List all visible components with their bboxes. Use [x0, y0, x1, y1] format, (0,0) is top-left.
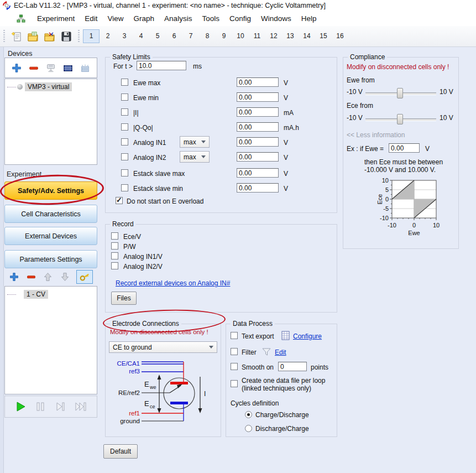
record-ece-label[interactable]: Ece/V: [123, 233, 141, 241]
save-button[interactable]: [59, 29, 74, 44]
analog-in2-mode-select[interactable]: max: [180, 151, 210, 163]
record-ece-checkbox[interactable]: [111, 232, 118, 240]
filter-edit-link[interactable]: Edit: [275, 349, 286, 356]
loop-file-label-line2[interactable]: (linked techniques only): [242, 384, 311, 392]
ewe-min-checkbox[interactable]: [121, 93, 128, 101]
menu-edit[interactable]: Edit: [80, 13, 102, 24]
ewe-max-input[interactable]: [237, 77, 279, 87]
remove-technique-icon[interactable]: [26, 272, 36, 282]
estack-max-checkbox[interactable]: [121, 169, 128, 176]
channel-button-11[interactable]: 11: [249, 29, 265, 43]
channel-button-14[interactable]: 14: [299, 29, 315, 43]
abs-current-label[interactable]: |I|: [133, 109, 139, 117]
technique-tree-item[interactable]: 1 - CV: [5, 287, 97, 299]
abs-current-checkbox[interactable]: [121, 108, 128, 116]
channel-button-15[interactable]: 15: [315, 29, 332, 43]
ewe-min-input[interactable]: [237, 92, 279, 102]
record-analog-in2-checkbox[interactable]: [111, 262, 118, 269]
menu-view[interactable]: View: [103, 13, 129, 24]
ewe-max-label[interactable]: Ewe max: [133, 79, 160, 87]
device-tree-label[interactable]: VMP3 - virtual: [25, 82, 72, 91]
estack-max-label[interactable]: Estack slave max: [133, 170, 185, 178]
ewe-from-slider-handle[interactable]: [397, 88, 403, 98]
less-information-link[interactable]: << Less information: [347, 131, 405, 139]
left-splitter[interactable]: [0, 47, 4, 473]
charge-discharge-label[interactable]: Charge/Discharge: [255, 411, 309, 419]
tab-parameters-settings[interactable]: Parameters Settings: [4, 250, 97, 268]
channel-button-9[interactable]: 9: [216, 29, 232, 43]
channel-button-6[interactable]: 6: [166, 29, 182, 43]
record-external-devices-link[interactable]: Record external devices on Analog IN#: [116, 279, 230, 287]
filter-label[interactable]: Filter: [242, 349, 257, 356]
text-export-label[interactable]: Text export: [242, 332, 274, 340]
ewe-max-checkbox[interactable]: [121, 79, 128, 86]
channel-button-2[interactable]: 2: [100, 29, 116, 43]
device-firmware-icon[interactable]: [80, 63, 91, 74]
move-up-icon[interactable]: [43, 272, 53, 282]
discharge-charge-radio[interactable]: [245, 425, 252, 432]
tab-cell-characteristics[interactable]: Cell Characteristics: [4, 205, 97, 223]
no-start-overload-label[interactable]: Do not start on E overload: [127, 197, 203, 205]
channel-button-12[interactable]: 12: [265, 29, 282, 43]
new-settings-button[interactable]: [9, 29, 24, 44]
channel-button-8[interactable]: 8: [199, 29, 216, 43]
smooth-checkbox[interactable]: [231, 363, 238, 370]
menu-experiment[interactable]: Experiment: [32, 13, 80, 24]
channel-button-3[interactable]: 3: [116, 29, 133, 43]
menu-graph[interactable]: Graph: [129, 13, 160, 24]
estack-max-input[interactable]: [237, 168, 279, 178]
no-start-overload-checkbox[interactable]: [116, 197, 123, 204]
loop-file-checkbox[interactable]: [231, 380, 238, 387]
channel-button-5[interactable]: 5: [149, 29, 166, 43]
menu-windows[interactable]: Windows: [256, 13, 296, 24]
menu-help[interactable]: Help: [296, 13, 322, 24]
ece-from-slider-handle[interactable]: [397, 114, 403, 124]
move-down-icon[interactable]: [60, 272, 70, 282]
analog-in1-label[interactable]: Analog IN1: [133, 139, 166, 147]
modify-button[interactable]: [76, 270, 93, 284]
estack-min-label[interactable]: Estack slave min: [133, 185, 183, 193]
menu-analysis[interactable]: Analysis: [159, 13, 197, 24]
pause-icon[interactable]: [34, 401, 46, 413]
add-device-icon[interactable]: [11, 63, 22, 74]
charge-discharge-radio[interactable]: [245, 411, 252, 418]
device-config-icon[interactable]: [45, 63, 56, 74]
tab-external-devices[interactable]: External Devices: [4, 227, 97, 245]
charge-input[interactable]: [237, 122, 279, 132]
estack-min-checkbox[interactable]: [121, 184, 128, 191]
configure-link[interactable]: Configure: [293, 332, 322, 340]
analog-in2-input[interactable]: [237, 152, 279, 162]
analog-in2-label[interactable]: Analog IN2: [133, 154, 166, 162]
record-analog-in1-checkbox[interactable]: [111, 252, 118, 259]
remove-device-icon[interactable]: [28, 63, 39, 74]
channel-button-10[interactable]: 10: [232, 29, 249, 43]
channel-button-13[interactable]: 13: [282, 29, 299, 43]
channel-button-16[interactable]: 16: [332, 29, 348, 43]
connection-select[interactable]: CE to ground: [109, 341, 217, 353]
record-analog-in2-label[interactable]: Analog IN2/V: [123, 263, 163, 271]
smooth-label[interactable]: Smooth on: [242, 363, 274, 371]
for-t-input[interactable]: [137, 61, 186, 70]
channel-button-7[interactable]: 7: [182, 29, 199, 43]
estack-min-input[interactable]: [237, 183, 279, 193]
ewe-min-label[interactable]: Ewe min: [133, 94, 159, 102]
toolbar-grip[interactable]: [78, 30, 80, 43]
skip-to-end-icon[interactable]: [74, 401, 87, 413]
charge-checkbox[interactable]: [121, 123, 128, 131]
open-data-button[interactable]: [43, 29, 57, 44]
record-power-checkbox[interactable]: [111, 242, 118, 250]
record-analog-in1-label[interactable]: Analog IN1/V: [123, 253, 163, 261]
channel-button-1[interactable]: 1: [83, 29, 100, 43]
filter-checkbox[interactable]: [231, 348, 238, 355]
text-export-checkbox[interactable]: [231, 332, 238, 339]
example-ewe-input[interactable]: [389, 143, 420, 153]
analog-in2-checkbox[interactable]: [121, 153, 128, 160]
technique-menu-icon[interactable]: [17, 14, 25, 23]
menu-tools[interactable]: Tools: [197, 13, 224, 24]
smooth-points-input[interactable]: [278, 362, 307, 371]
device-table-icon[interactable]: [62, 63, 74, 74]
charge-label[interactable]: |Q-Qo|: [133, 124, 153, 132]
add-technique-icon[interactable]: [9, 272, 19, 282]
record-power-label[interactable]: P/W: [123, 243, 136, 251]
next-technique-icon[interactable]: [54, 401, 66, 413]
